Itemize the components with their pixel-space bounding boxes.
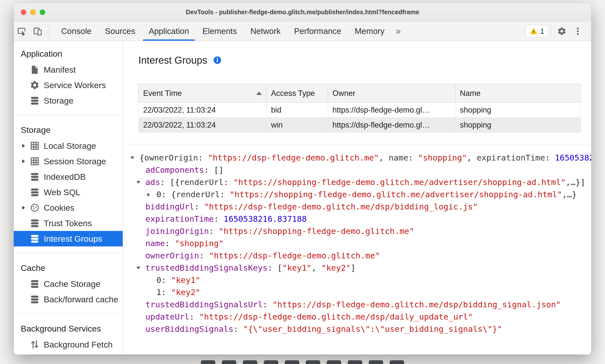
toggle-device-toolbar-button[interactable] xyxy=(30,21,46,41)
twisty[interactable] xyxy=(136,181,145,184)
tree-token-s: "https://shopping-fledge-demo.glitch.me/… xyxy=(233,176,566,188)
tree-token-idx: 1 xyxy=(156,286,161,299)
zoom-window-button[interactable] xyxy=(40,9,45,15)
tab-sources[interactable]: Sources xyxy=(98,21,142,41)
tree-token-p: , xyxy=(311,262,321,274)
sidebar-item-cookies[interactable]: Cookies xyxy=(14,200,123,215)
warnings-badge[interactable]: 1 xyxy=(525,25,549,37)
tab-elements[interactable]: Elements xyxy=(196,21,244,41)
sidebar-item-session-storage[interactable]: Session Storage xyxy=(14,154,123,169)
tree-token-s: "https://dsp-fledge-demo.glitch.me/dsp/b… xyxy=(273,299,561,311)
sidebar-section-background-services: Background Services xyxy=(14,320,123,337)
sidebar-item-cache-storage[interactable]: Cache Storage xyxy=(14,276,123,292)
tab-memory[interactable]: Memory xyxy=(348,21,391,41)
tab-performance[interactable]: Performance xyxy=(287,21,348,41)
traffic-lights xyxy=(21,9,45,15)
sidebar-item-interest-groups[interactable]: Interest Groups xyxy=(14,231,123,246)
json-tree: {ownerOrigin: "https://dsp-fledge-demo.g… xyxy=(123,144,591,335)
tree-line[interactable]: 0: "key1" xyxy=(130,274,591,286)
sidebar-divider xyxy=(14,314,123,314)
tree-token-p: : xyxy=(204,164,214,176)
column-header-name[interactable]: Name xyxy=(455,84,581,103)
tree-token-p: [ xyxy=(277,262,282,274)
tree-token-k: joiningOrigin xyxy=(145,225,209,237)
sidebar-item-back-forward-cache[interactable]: Back/forward cache xyxy=(14,292,123,307)
twisty[interactable] xyxy=(136,267,145,269)
sidebar-divider xyxy=(14,115,123,115)
kebab-menu-icon xyxy=(573,26,583,36)
minimize-window-button[interactable] xyxy=(30,9,36,15)
sidebar-item-service-workers[interactable]: Service Workers xyxy=(14,77,123,93)
tab-network[interactable]: Network xyxy=(244,21,287,41)
tree-token-s: "key2" xyxy=(321,262,350,274)
tree-token-p: { xyxy=(139,152,144,164)
twisty[interactable] xyxy=(130,157,139,159)
column-header-event-time[interactable]: Event Time xyxy=(139,84,267,103)
tree-line[interactable]: trustedBiddingSignalsKeys: ["key1", "key… xyxy=(130,262,591,274)
cell-event-time: 22/03/2022, 11:03:24 xyxy=(139,103,267,118)
table-row[interactable]: 22/03/2022, 11:03:24 bid https://dsp-fle… xyxy=(139,103,581,118)
sidebar-item-local-storage[interactable]: Local Storage xyxy=(14,138,123,154)
interest-groups-view: Interest Groups Event Time Access Type xyxy=(123,41,591,355)
twisty[interactable] xyxy=(147,193,156,197)
tree-line[interactable]: 0: {renderUrl: "https://shopping-fledge-… xyxy=(130,188,591,201)
tree-line[interactable]: expirationTime: 1650538216.837188 xyxy=(130,213,591,225)
sidebar-item-web-sql[interactable]: Web SQL xyxy=(14,184,123,200)
inspect-icon xyxy=(17,26,26,36)
column-header-owner[interactable]: Owner xyxy=(328,84,455,103)
sidebar-section-storage: Storage xyxy=(14,122,123,138)
column-header-access-type[interactable]: Access Type xyxy=(267,84,328,103)
devtools-window: DevTools - publisher-fledge-demo.glitch.… xyxy=(14,3,591,355)
tree-token-p: : xyxy=(209,225,219,237)
table-row[interactable]: 22/03/2022, 11:03:24 win https://dsp-fle… xyxy=(139,118,581,133)
expand-icon[interactable] xyxy=(22,206,25,210)
expand-icon[interactable] xyxy=(22,144,25,148)
database-icon xyxy=(30,234,40,244)
tree-line[interactable]: name: "shopping" xyxy=(130,237,591,250)
gear-icon xyxy=(30,80,40,90)
tree-line[interactable]: updateUrl: "https://dsp-fledge-demo.glit… xyxy=(130,311,591,323)
collapse-icon[interactable] xyxy=(136,181,140,184)
titlebar: DevTools - publisher-fledge-demo.glitch.… xyxy=(14,3,591,21)
tree-line[interactable]: biddingUrl: "https://dsp-fledge-demo.gli… xyxy=(130,201,591,213)
background-fetch-icon xyxy=(30,340,40,350)
tree-token-pk: renderUrl xyxy=(180,176,224,188)
tree-line[interactable]: ads: [{renderUrl: "https://shopping-fled… xyxy=(130,176,591,188)
tree-token-p: : xyxy=(161,286,171,299)
tree-line[interactable]: joiningOrigin: "https://shopping-fledge-… xyxy=(130,225,591,237)
interest-groups-table: Event Time Access Type Owner Name 22/03/… xyxy=(138,84,581,133)
toolbar-divider xyxy=(551,26,551,36)
tab-application[interactable]: Application xyxy=(142,21,196,41)
expand-icon[interactable] xyxy=(22,159,25,163)
tree-token-s: "https://dsp-fledge-demo.glitch.me" xyxy=(208,152,379,164)
customize-devtools-button[interactable] xyxy=(570,26,586,36)
expand-icon[interactable] xyxy=(147,193,150,197)
dock-hint xyxy=(201,360,404,364)
info-icon[interactable] xyxy=(213,56,222,65)
tree-token-p: [] xyxy=(214,164,224,176)
collapse-icon[interactable] xyxy=(130,157,134,159)
collapse-icon[interactable] xyxy=(136,267,140,269)
inspect-element-button[interactable] xyxy=(14,21,30,41)
sidebar-item-trust-tokens[interactable]: Trust Tokens xyxy=(14,215,123,231)
tree-line[interactable]: 1: "key2" xyxy=(130,286,591,299)
more-tabs-button[interactable]: » xyxy=(391,21,405,41)
tree-line[interactable]: ownerOrigin: "https://dsp-fledge-demo.gl… xyxy=(130,250,591,262)
tree-token-p: : xyxy=(165,237,175,250)
close-window-button[interactable] xyxy=(21,9,26,15)
settings-button[interactable] xyxy=(554,26,570,36)
tree-token-s: "key1" xyxy=(282,262,311,274)
tree-token-k: trustedBiddingSignalsUrl xyxy=(145,299,263,311)
sidebar-item-storage[interactable]: Storage xyxy=(14,93,123,108)
tree-token-s: "shopping" xyxy=(418,152,467,164)
tree-line[interactable]: trustedBiddingSignalsUrl: "https://dsp-f… xyxy=(130,299,591,311)
tree-token-s: "https://dsp-fledge-demo.glitch.me/dsp/d… xyxy=(199,311,473,323)
sidebar-item-manifest[interactable]: Manifest xyxy=(14,62,123,77)
sidebar-item-indexeddb[interactable]: IndexedDB xyxy=(14,169,123,184)
tree-line[interactable]: adComponents: [] xyxy=(130,164,591,176)
sort-ascending-icon xyxy=(256,92,262,95)
tree-line[interactable]: userBiddingSignals: "{\"user_bidding_sig… xyxy=(130,323,591,335)
tree-line[interactable]: {ownerOrigin: "https://dsp-fledge-demo.g… xyxy=(130,152,591,164)
tab-console[interactable]: Console xyxy=(54,21,98,41)
sidebar-item-background-fetch[interactable]: Background Fetch xyxy=(14,337,123,352)
